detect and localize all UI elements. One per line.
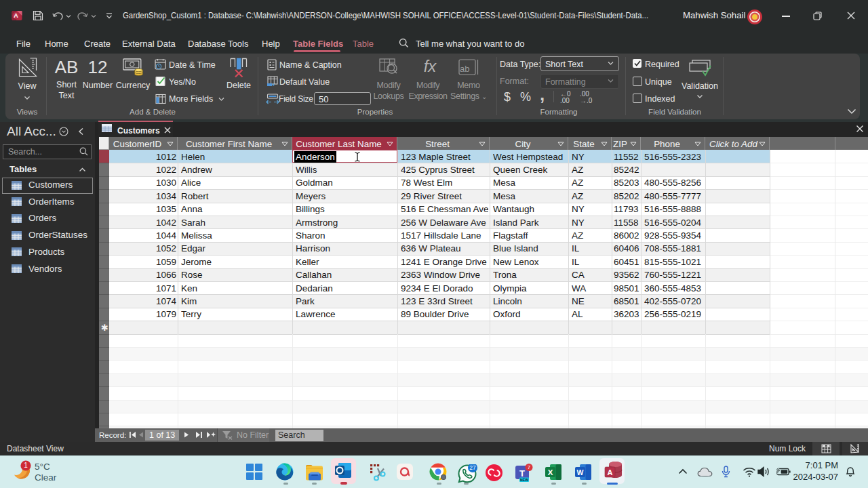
svg-text:W: W <box>577 468 584 476</box>
svg-text:T: T <box>519 468 525 479</box>
svg-text:A: A <box>608 468 613 476</box>
svg-text:27: 27 <box>469 464 476 471</box>
svg-text:1: 1 <box>24 462 28 469</box>
svg-text:X: X <box>548 468 553 476</box>
svg-text:7: 7 <box>528 464 531 470</box>
svg-text:NEW: NEW <box>520 478 528 482</box>
svg-text:A: A <box>14 12 18 19</box>
